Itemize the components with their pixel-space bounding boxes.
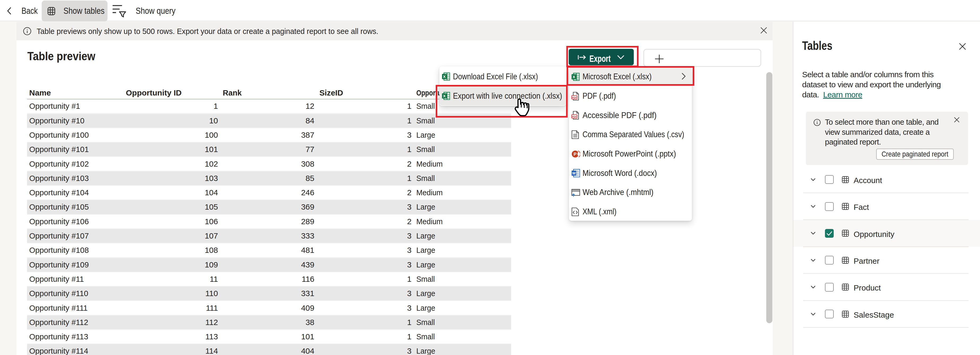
svg-text:PDF: PDF xyxy=(572,96,577,99)
svg-text:W: W xyxy=(572,171,576,175)
svg-text:X: X xyxy=(443,74,446,79)
svg-text:P: P xyxy=(573,152,576,157)
svg-text:PDF: PDF xyxy=(572,116,577,118)
